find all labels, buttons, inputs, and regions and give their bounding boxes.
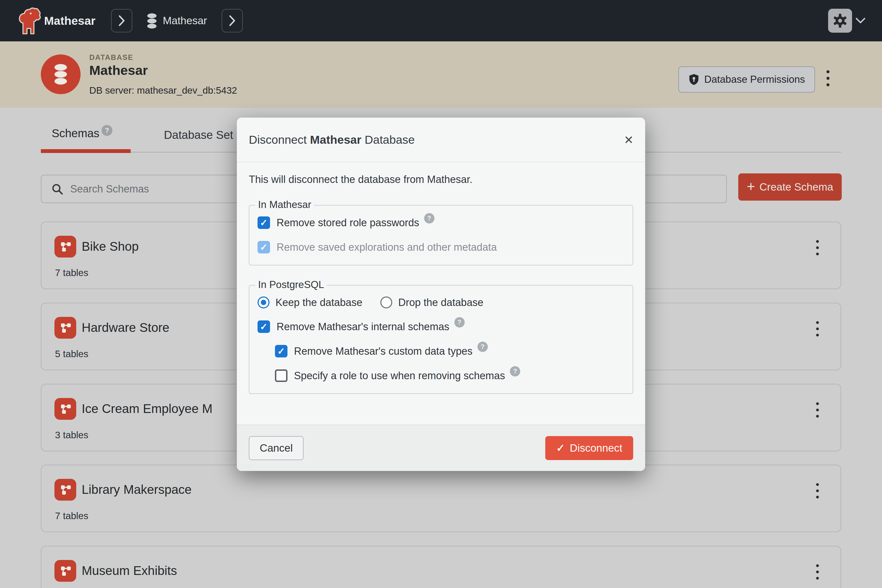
option-label: Remove saved explorations and other meta… bbox=[277, 242, 497, 253]
schema-card-museum-exhibits[interactable]: Museum Exhibits bbox=[41, 546, 841, 588]
top-navigation-bar: Mathesar Mathesar bbox=[0, 0, 882, 41]
question-glyph: ? bbox=[428, 215, 431, 222]
close-icon[interactable]: × bbox=[624, 132, 633, 147]
option-label: Remove Mathesar's custom data types bbox=[294, 345, 472, 357]
modal-footer: Cancel ✓ Disconnect bbox=[237, 424, 645, 471]
check-icon: ✓ bbox=[260, 218, 268, 227]
option-remove-saved-explorations: ✓ Remove saved explorations and other me… bbox=[258, 241, 624, 254]
database-permissions-label: Database Permissions bbox=[704, 74, 805, 85]
help-icon[interactable]: ? bbox=[510, 366, 520, 376]
schema-table-count: 5 tables bbox=[55, 348, 88, 359]
database-permissions-button[interactable]: Database Permissions bbox=[678, 66, 815, 93]
schema-table-count: 3 tables bbox=[55, 430, 88, 441]
active-tab-indicator bbox=[41, 149, 130, 153]
breadcrumb-chevron-button-2[interactable] bbox=[222, 9, 243, 32]
modal-description: This will disconnect the database from M… bbox=[249, 174, 633, 185]
database-header: DATABASE Mathesar DB server: mathesar_de… bbox=[0, 41, 882, 108]
brand-title[interactable]: Mathesar bbox=[44, 0, 96, 41]
modal-body: This will disconnect the database from M… bbox=[237, 163, 645, 424]
disconnect-label: Disconnect bbox=[570, 442, 622, 454]
schema-name: Museum Exhibits bbox=[82, 563, 177, 578]
disconnect-database-modal: Disconnect Mathesar Database × This will… bbox=[237, 118, 645, 471]
option-specify-role[interactable]: Specify a role to use when removing sche… bbox=[275, 369, 624, 382]
modal-header: Disconnect Mathesar Database × bbox=[237, 118, 645, 162]
tab-database-settings[interactable]: Database Set bbox=[164, 129, 233, 141]
gear-icon bbox=[832, 13, 848, 28]
schema-name: Bike Shop bbox=[82, 239, 139, 254]
option-remove-custom-data-types[interactable]: ✓ Remove Mathesar's custom data types ? bbox=[275, 345, 624, 357]
check-icon: ✓ bbox=[260, 243, 268, 252]
check-icon: ✓ bbox=[556, 442, 565, 454]
database-title: Mathesar bbox=[89, 63, 148, 78]
schema-table-count: 7 tables bbox=[55, 510, 88, 521]
help-icon[interactable]: ? bbox=[424, 213, 435, 224]
database-more-menu[interactable] bbox=[826, 70, 830, 86]
modal-title-suffix: Database bbox=[361, 133, 415, 146]
in-postgresql-legend: In PostgreSQL bbox=[255, 279, 327, 291]
cancel-label: Cancel bbox=[260, 442, 292, 454]
check-icon: ✓ bbox=[278, 346, 285, 356]
breadcrumb-chevron-button[interactable] bbox=[111, 9, 132, 32]
schema-more-menu[interactable] bbox=[816, 240, 819, 255]
schema-card-library-makerspace[interactable]: Library Makerspace 7 tables bbox=[41, 465, 841, 532]
database-fate-radio-group: Keep the database Drop the database bbox=[258, 297, 624, 308]
chevron-right-icon bbox=[118, 15, 126, 26]
mathesar-database-page: Mathesar Mathesar bbox=[0, 0, 882, 588]
breadcrumb-database-name[interactable]: Mathesar bbox=[163, 0, 207, 41]
schema-more-menu[interactable] bbox=[816, 483, 819, 498]
option-label: Remove stored role passwords bbox=[277, 217, 419, 229]
entity-type-label: DATABASE bbox=[89, 53, 134, 62]
checkbox-checked[interactable]: ✓ bbox=[258, 320, 270, 333]
schema-name: Ice Cream Employee M bbox=[82, 401, 213, 416]
chevron-down-icon[interactable] bbox=[855, 17, 866, 24]
create-schema-label: Create Schema bbox=[759, 181, 833, 193]
schema-table-count: 7 tables bbox=[55, 267, 88, 278]
checkbox-unchecked[interactable] bbox=[275, 369, 288, 382]
schema-more-menu[interactable] bbox=[816, 321, 819, 336]
option-label: Specify a role to use when removing sche… bbox=[294, 370, 505, 382]
in-mathesar-legend: In Mathesar bbox=[255, 199, 314, 210]
tab-schemas[interactable]: Schemas? bbox=[52, 127, 112, 140]
in-mathesar-fieldset: In Mathesar ✓ Remove stored role passwor… bbox=[249, 205, 633, 266]
schema-icon bbox=[54, 479, 76, 501]
schemas-help-icon[interactable]: ? bbox=[102, 125, 112, 136]
help-icon[interactable]: ? bbox=[477, 342, 488, 352]
checkbox-checked-disabled: ✓ bbox=[258, 241, 270, 254]
settings-menu-button[interactable] bbox=[828, 9, 852, 33]
modal-title-database-name: Mathesar bbox=[310, 133, 362, 146]
create-schema-button[interactable]: + Create Schema bbox=[738, 173, 842, 201]
radio-label[interactable]: Keep the database bbox=[276, 297, 362, 308]
checkbox-checked[interactable]: ✓ bbox=[275, 345, 288, 357]
option-remove-internal-schemas[interactable]: ✓ Remove Mathesar's internal schemas ? bbox=[258, 320, 624, 333]
radio-label[interactable]: Drop the database bbox=[398, 297, 483, 308]
schema-icon bbox=[54, 398, 76, 420]
modal-title: Disconnect Mathesar Database bbox=[249, 133, 415, 147]
checkbox-checked[interactable]: ✓ bbox=[258, 216, 270, 229]
in-postgresql-fieldset: In PostgreSQL Keep the database Drop the… bbox=[249, 285, 633, 394]
radio-drop-database[interactable] bbox=[380, 297, 392, 308]
mathesar-elephant-logo[interactable] bbox=[15, 6, 42, 35]
question-glyph: ? bbox=[458, 319, 461, 326]
database-icon bbox=[52, 64, 70, 85]
question-glyph: ? bbox=[513, 368, 517, 375]
schema-icon bbox=[54, 317, 76, 339]
database-icon bbox=[146, 13, 158, 29]
chevron-right-icon bbox=[228, 15, 236, 26]
question-glyph: ? bbox=[481, 343, 484, 351]
check-icon: ✓ bbox=[260, 322, 268, 331]
schema-more-menu[interactable] bbox=[816, 402, 819, 418]
database-server-info: DB server: mathesar_dev_db:5432 bbox=[89, 85, 237, 96]
elephant-eye bbox=[30, 12, 32, 14]
schema-icon bbox=[54, 560, 76, 582]
disconnect-button[interactable]: ✓ Disconnect bbox=[545, 436, 633, 460]
cancel-button[interactable]: Cancel bbox=[249, 436, 303, 460]
modal-title-prefix: Disconnect bbox=[249, 133, 310, 146]
schema-icon bbox=[54, 236, 76, 258]
option-label: Remove Mathesar's internal schemas bbox=[277, 321, 450, 333]
help-icon[interactable]: ? bbox=[454, 317, 465, 327]
option-remove-stored-role-passwords[interactable]: ✓ Remove stored role passwords ? bbox=[258, 216, 624, 229]
radio-keep-database[interactable] bbox=[258, 297, 270, 308]
schema-more-menu[interactable] bbox=[816, 564, 819, 579]
schema-name: Hardware Store bbox=[82, 320, 170, 335]
database-avatar bbox=[41, 54, 81, 94]
